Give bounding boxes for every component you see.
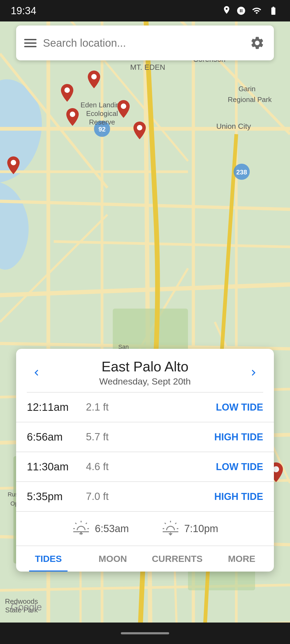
svg-point-32: [94, 121, 110, 137]
map-pin-2[interactable]: [86, 70, 102, 89]
status-time: 19:34: [11, 5, 36, 17]
search-bar: [16, 25, 274, 60]
tide-height-1: 2.1 ft: [86, 401, 204, 413]
battery-status-icon: [267, 6, 279, 16]
tab-currents[interactable]: CURRENTS: [145, 546, 209, 572]
svg-line-6: [0, 343, 290, 349]
tide-row-1: 12:11am 2.1 ft LOW TIDE: [16, 393, 274, 422]
svg-text:Ecological: Ecological: [86, 109, 118, 118]
svg-line-4: [54, 241, 290, 247]
svg-point-63: [91, 74, 97, 79]
svg-line-3: [0, 201, 290, 209]
svg-text:Garin: Garin: [238, 85, 256, 93]
sunrise-icon: [72, 519, 90, 538]
tide-height-2: 5.7 ft: [86, 431, 204, 443]
tide-row-2: 6:56am 5.7 ft HIGH TIDE: [16, 422, 274, 452]
sun-row: 6:53am: [16, 512, 274, 546]
google-watermark: Google: [11, 599, 64, 617]
tide-time-3: 11:30am: [27, 461, 86, 473]
tide-row-4: 5:35pm 7.0 ft HIGH TIDE: [16, 482, 274, 512]
svg-point-64: [70, 112, 75, 117]
tide-type-1: LOW TIDE: [204, 402, 263, 413]
svg-line-18: [54, 0, 188, 161]
sunset-time: 7:10pm: [184, 523, 218, 535]
svg-text:Reserve: Reserve: [89, 118, 115, 126]
svg-text:MT. EDEN: MT. EDEN: [130, 63, 165, 71]
tide-type-3: LOW TIDE: [204, 461, 263, 473]
svg-line-71: [86, 523, 87, 524]
tab-tides[interactable]: TIDES: [16, 546, 81, 572]
wifi-status-icon: [251, 6, 263, 16]
tab-bar: TIDES MOON CURRENTS MORE: [16, 546, 274, 572]
svg-line-20: [0, 215, 107, 322]
tide-height-3: 4.6 ft: [86, 461, 204, 473]
location-name: East Palo Alto: [46, 358, 244, 375]
svg-line-11: [0, 585, 290, 590]
map-pin-left[interactable]: [5, 156, 21, 175]
next-location-button[interactable]: [244, 363, 263, 382]
map-pin-3[interactable]: [64, 107, 81, 127]
tide-time-2: 6:56am: [27, 431, 86, 443]
search-input[interactable]: [43, 37, 242, 49]
tide-row-3: 11:30am 4.6 ft LOW TIDE: [16, 452, 274, 482]
nav-bar: [0, 623, 290, 644]
svg-text:92: 92: [99, 126, 106, 133]
status-bar: 19:34: [0, 0, 290, 21]
dnd-status-icon: [236, 6, 246, 16]
tide-type-4: HIGH TIDE: [204, 491, 263, 502]
status-icons: [222, 5, 279, 16]
svg-text:Regional Park: Regional Park: [228, 96, 272, 104]
hamburger-menu-button[interactable]: [24, 39, 37, 47]
svg-text:Google: Google: [11, 602, 42, 613]
svg-point-67: [11, 160, 16, 165]
sheet-header: East Palo Alto Wednesday, Sept 20th: [16, 349, 274, 392]
bottom-sheet: East Palo Alto Wednesday, Sept 20th 12:1…: [16, 349, 274, 572]
sunrise-item: 6:53am: [72, 519, 129, 538]
sunset-icon: [161, 519, 180, 538]
svg-point-62: [64, 87, 70, 93]
location-status-icon: [222, 5, 231, 16]
tide-time-1: 12:11am: [27, 401, 86, 413]
tide-type-2: HIGH TIDE: [204, 431, 263, 443]
svg-point-68: [273, 466, 279, 472]
tab-moon[interactable]: MOON: [81, 546, 145, 572]
location-info: East Palo Alto Wednesday, Sept 20th: [46, 358, 244, 387]
svg-line-78: [175, 523, 176, 524]
svg-line-73: [75, 523, 77, 524]
tide-height-4: 7.0 ft: [86, 491, 204, 502]
svg-line-80: [165, 523, 166, 524]
settings-button[interactable]: [249, 34, 266, 52]
svg-line-5: [0, 284, 290, 295]
map-pin-4[interactable]: [115, 99, 132, 119]
map-pin-5[interactable]: [132, 121, 148, 140]
svg-text:Union City: Union City: [216, 122, 251, 130]
svg-point-66: [137, 125, 142, 130]
location-date: Wednesday, Sept 20th: [46, 376, 244, 387]
prev-location-button[interactable]: [27, 363, 46, 382]
svg-text:238: 238: [236, 169, 247, 176]
sunrise-time: 6:53am: [95, 523, 129, 535]
sunset-item: 7:10pm: [161, 519, 218, 538]
nav-home-indicator[interactable]: [121, 632, 169, 634]
svg-point-34: [234, 164, 250, 180]
svg-point-65: [121, 104, 126, 109]
tide-time-4: 5:35pm: [27, 491, 86, 503]
map-pin-1[interactable]: [59, 83, 75, 103]
tab-more[interactable]: MORE: [209, 546, 274, 572]
